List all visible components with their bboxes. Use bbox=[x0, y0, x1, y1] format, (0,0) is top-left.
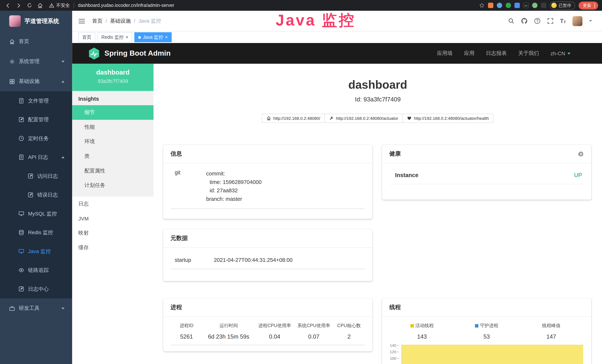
wrench-icon bbox=[329, 116, 334, 120]
sba-locale-select[interactable]: zh-CN bbox=[550, 50, 578, 56]
reload-icon[interactable] bbox=[27, 2, 32, 8]
sidebar-item-label: MySQL 监控 bbox=[28, 210, 57, 217]
browser-update-button[interactable]: 更新 bbox=[579, 1, 598, 9]
sba-item-jvm[interactable]: JVM bbox=[72, 211, 153, 226]
breadcrumb-home[interactable]: 首页 bbox=[92, 17, 103, 24]
sba-item-environment[interactable]: 环境 bbox=[72, 134, 153, 149]
sidebar-item-mysql-monitor[interactable]: MySQL 监控 bbox=[0, 204, 72, 223]
extension-icon-5[interactable] bbox=[532, 3, 538, 8]
extension-icon-1[interactable] bbox=[488, 3, 493, 8]
cell-value: 2 bbox=[333, 333, 365, 340]
process-card: 进程 进程ID 5261 运行时间 6d 23h 15m 59s 进程CPU使用… bbox=[163, 298, 373, 351]
sba-nav: 应用墙 应用 日志报表 关于我们 zh-CN bbox=[437, 50, 602, 57]
font-size-icon[interactable]: TT bbox=[560, 18, 566, 24]
security-warning-label: 不安全 bbox=[56, 2, 70, 9]
extension-icon-2[interactable] bbox=[497, 3, 502, 8]
forward-icon[interactable] bbox=[16, 2, 22, 8]
sba-nav-applications[interactable]: 应用 bbox=[464, 50, 474, 57]
column-header: 进程CPU使用率 bbox=[255, 322, 294, 329]
sidebar-item-infra[interactable]: 基础设施 bbox=[0, 71, 72, 91]
tab-java-monitor[interactable]: Java 监控 × bbox=[134, 32, 172, 42]
sidebar-item-label: Redis 监控 bbox=[28, 229, 53, 236]
browser-menu-kebab-icon[interactable] bbox=[594, 3, 595, 8]
sba-item-scheduled-tasks[interactable]: 计划任务 bbox=[72, 178, 153, 193]
sidebar-item-java-monitor[interactable]: Java 监控 bbox=[0, 242, 72, 261]
sidebar-item-scheduled-jobs[interactable]: 定时任务 bbox=[0, 129, 72, 148]
y-axis-tick: 120 bbox=[387, 350, 399, 354]
threads-chart: 140 120 100 bbox=[387, 343, 584, 364]
chevron-up-icon bbox=[61, 80, 64, 82]
app-title: 芋道管理系统 bbox=[25, 17, 59, 25]
sidebar-item-log-center[interactable]: 日志中心 bbox=[0, 280, 72, 298]
sidebar-item-home[interactable]: 首页 bbox=[0, 32, 72, 52]
card-title: 信息 bbox=[170, 150, 182, 157]
link-label: http://192.168.0.2:48080/ bbox=[273, 116, 320, 120]
sidebar-item-system[interactable]: 系统管理 bbox=[0, 51, 72, 71]
instance-url-link[interactable]: http://192.168.0.2:48080/ bbox=[262, 114, 325, 123]
chevron-down-icon bbox=[61, 307, 64, 309]
pencil-icon bbox=[28, 173, 33, 179]
sba-item-caches[interactable]: 缓存 bbox=[72, 240, 153, 255]
git-value: commit: time: 1596289704000 id: 27aa832 … bbox=[206, 169, 262, 203]
sba-nav-wall[interactable]: 应用墙 bbox=[437, 50, 452, 57]
tab-home[interactable]: 首页 bbox=[78, 32, 95, 42]
back-icon[interactable] bbox=[5, 2, 11, 8]
sidebar-item-label: 链路追踪 bbox=[28, 267, 49, 274]
breadcrumb-infra[interactable]: 基础设施 bbox=[110, 17, 131, 24]
tab-redis-monitor[interactable]: Redis 监控 × bbox=[97, 32, 132, 42]
card-title: 线程 bbox=[389, 304, 401, 311]
sba-instance-header[interactable]: dashboard 93a3fc7f7409 bbox=[72, 64, 153, 91]
app-logo-row[interactable]: 芋道管理系统 bbox=[0, 11, 72, 32]
extension-icon-3[interactable] bbox=[505, 3, 511, 8]
avatar[interactable] bbox=[572, 16, 582, 26]
sba-nav-about[interactable]: 关于我们 bbox=[518, 50, 539, 57]
tab-close-icon[interactable]: × bbox=[126, 35, 128, 40]
health-url-link[interactable]: http://192.168.0.2:48080/actuator/health bbox=[402, 114, 493, 123]
spring-boot-admin-logo bbox=[88, 47, 100, 60]
card-title: 进程 bbox=[170, 304, 182, 311]
extension-on-badge[interactable]: on bbox=[523, 3, 529, 8]
profile-paused-pill[interactable]: 已暂停 bbox=[550, 1, 575, 9]
sidebar-item-dev-tools[interactable]: 研发工具 bbox=[0, 298, 72, 318]
sidebar-item-label: 首页 bbox=[19, 38, 29, 45]
search-icon[interactable] bbox=[508, 18, 514, 24]
sba-item-mappings[interactable]: 映射 bbox=[72, 226, 153, 240]
history-icon[interactable] bbox=[578, 151, 584, 157]
tab-close-icon[interactable]: × bbox=[165, 35, 168, 40]
sba-item-classes[interactable]: 类 bbox=[72, 149, 153, 163]
health-status-badge: UP bbox=[574, 172, 583, 178]
process-col-pid: 进程ID 5261 bbox=[171, 322, 202, 340]
process-col-cpu-cores: CPU核心数 2 bbox=[333, 322, 365, 340]
help-icon[interactable] bbox=[534, 18, 540, 24]
sba-item-performance[interactable]: 性能 bbox=[72, 120, 153, 134]
sba-item-logs[interactable]: 日志 bbox=[72, 197, 153, 211]
avatar-caret-icon[interactable] bbox=[589, 20, 592, 22]
actuator-url-link[interactable]: http://192.168.0.2:48080/actuator bbox=[324, 114, 403, 123]
bookmark-star-icon[interactable] bbox=[479, 3, 484, 8]
address-bar[interactable]: 不安全 dashboard.yudao.iocoder.cn/infra/adm… bbox=[49, 2, 479, 9]
sba-item-details[interactable]: 细节 bbox=[72, 105, 153, 120]
extension-icon-4[interactable] bbox=[515, 3, 520, 8]
column-header: CPU核心数 bbox=[333, 322, 365, 329]
sidebar-toggle-icon[interactable] bbox=[78, 18, 85, 24]
chevron-down-icon bbox=[61, 60, 64, 62]
sidebar-item-api-logs[interactable]: API 日志 bbox=[0, 148, 72, 167]
extension-icon-6[interactable] bbox=[541, 3, 546, 8]
active-threads-area bbox=[402, 345, 583, 364]
home-icon bbox=[266, 116, 271, 120]
sba-nav-journal[interactable]: 日志报表 bbox=[486, 50, 507, 57]
sidebar-item-label: 日志中心 bbox=[28, 286, 49, 292]
sidebar-item-error-logs[interactable]: 错误日志 bbox=[0, 185, 72, 204]
instance-subtitle: Id: 93a3fc7f7409 bbox=[153, 96, 602, 103]
sidebar-item-file-management[interactable]: 文件管理 bbox=[0, 91, 72, 110]
cell-value: 6d 23h 15m 59s bbox=[202, 333, 255, 340]
sidebar-item-label: 配置管理 bbox=[28, 116, 49, 123]
fullscreen-icon[interactable] bbox=[547, 18, 553, 24]
sidebar-item-config-management[interactable]: 配置管理 bbox=[0, 110, 72, 129]
sidebar-item-redis-monitor[interactable]: Redis 监控 bbox=[0, 223, 72, 242]
github-icon[interactable] bbox=[521, 18, 527, 24]
sba-item-config-props[interactable]: 配置属性 bbox=[72, 163, 153, 178]
sidebar-item-link-tracing[interactable]: 链路追踪 bbox=[0, 261, 72, 279]
sidebar-item-access-logs[interactable]: 访问日志 bbox=[0, 167, 72, 185]
browser-home-icon[interactable] bbox=[37, 2, 43, 8]
